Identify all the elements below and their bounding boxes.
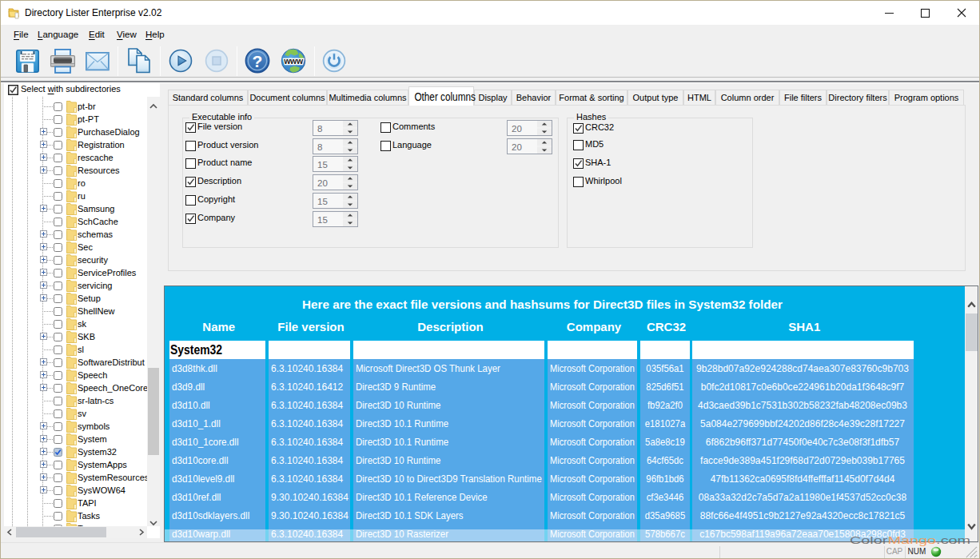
svg-text:www: www xyxy=(283,56,304,66)
svg-text:?: ? xyxy=(253,52,263,70)
